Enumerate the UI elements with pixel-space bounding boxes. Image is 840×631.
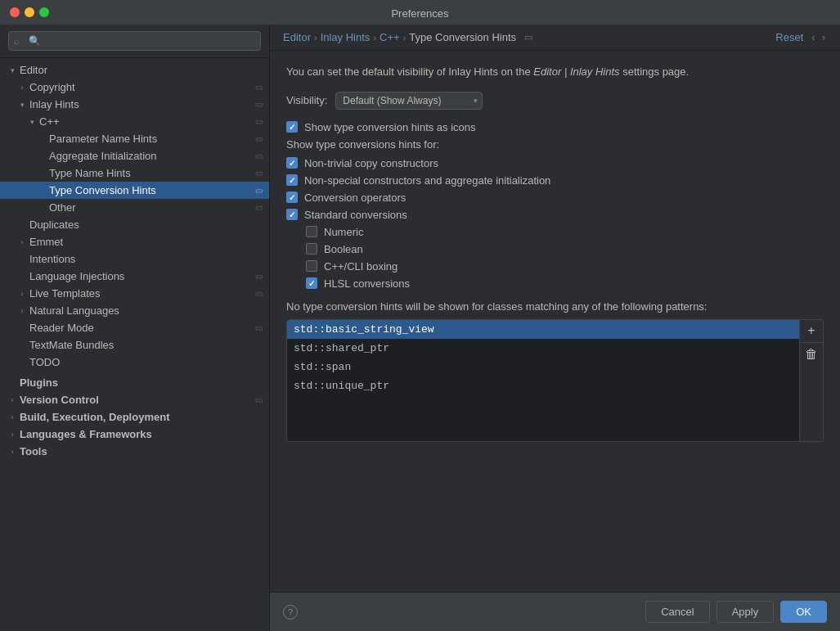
sidebar-item-editor[interactable]: ▾ Editor bbox=[0, 61, 269, 79]
non-special-constructors-checkbox[interactable] bbox=[286, 174, 298, 186]
sidebar-item-label: Aggregate Initialization bbox=[49, 150, 252, 162]
patterns-section: No type conversion hints will be shown f… bbox=[286, 300, 824, 442]
pattern-item[interactable]: std::shared_ptr bbox=[287, 339, 799, 358]
visibility-row: Visibility: Default (Show Always) Always… bbox=[286, 92, 824, 110]
sidebar-item-plugins[interactable]: Plugins bbox=[0, 374, 269, 391]
search-box: ⌕ bbox=[0, 25, 269, 58]
minimize-button[interactable] bbox=[25, 7, 34, 17]
sidebar-item-copyright[interactable]: › Copyright ▭ bbox=[0, 79, 269, 96]
sidebar-item-label: Type Conversion Hints bbox=[49, 184, 252, 196]
standard-conversions-row: Standard conversions bbox=[286, 209, 824, 221]
nav-back-icon[interactable]: ‹ bbox=[810, 31, 816, 43]
nav-forward-icon[interactable]: › bbox=[820, 31, 827, 43]
sidebar-item-textmate-bundles[interactable]: TextMate Bundles bbox=[0, 336, 269, 354]
sidebar-item-aggregate-initialization[interactable]: Aggregate Initialization ▭ bbox=[0, 147, 269, 165]
sidebar-item-live-templates[interactable]: › Live Templates ▭ bbox=[0, 285, 269, 302]
search-input[interactable] bbox=[8, 31, 261, 51]
patterns-buttons: + 🗑 bbox=[800, 319, 824, 442]
spacer-icon bbox=[16, 254, 28, 265]
bottom-bar: ? Cancel Apply OK bbox=[270, 592, 840, 631]
breadcrumb-cpp[interactable]: C++ bbox=[380, 31, 400, 43]
settings-icon: ▭ bbox=[252, 100, 263, 109]
sidebar-item-label: Inlay Hints bbox=[29, 98, 252, 110]
sidebar-item-label: TODO bbox=[29, 356, 263, 368]
spacer-icon bbox=[16, 219, 28, 231]
title-bar: Preferences bbox=[0, 0, 840, 25]
sidebar-tree: ▾ Editor › Copyright ▭ ▾ Inlay Hints ▭ ▾… bbox=[0, 58, 269, 631]
standard-conversions-checkbox[interactable] bbox=[286, 209, 298, 220]
info-link[interactable]: Editor | Inlay Hints bbox=[533, 65, 619, 78]
sidebar-item-version-control[interactable]: › Version Control ▭ bbox=[0, 391, 269, 408]
sidebar-item-label: Copyright bbox=[29, 81, 252, 93]
sidebar-item-natural-languages[interactable]: › Natural Languages bbox=[0, 302, 269, 319]
breadcrumb-current: Type Conversion Hints bbox=[409, 31, 516, 43]
reset-link[interactable]: Reset bbox=[775, 31, 803, 43]
breadcrumb-editor[interactable]: Editor bbox=[283, 31, 311, 43]
settings-icon: ▭ bbox=[252, 395, 263, 404]
cpp-cli-boxing-checkbox[interactable] bbox=[306, 260, 317, 272]
spacer-icon bbox=[36, 185, 47, 196]
remove-pattern-button[interactable]: 🗑 bbox=[800, 343, 823, 366]
sidebar-item-label: Tools bbox=[20, 445, 263, 457]
sidebar-item-label: Version Control bbox=[20, 394, 252, 406]
patterns-label: No type conversion hints will be shown f… bbox=[286, 300, 824, 314]
pattern-item[interactable]: std::unique_ptr bbox=[287, 376, 799, 395]
apply-button[interactable]: Apply bbox=[716, 601, 775, 623]
sidebar-item-language-injections[interactable]: Language Injections ▭ bbox=[0, 268, 269, 285]
sidebar-item-cpp[interactable]: ▾ C++ ▭ bbox=[0, 113, 269, 130]
show-icons-checkbox[interactable] bbox=[286, 121, 298, 133]
breadcrumb-inlay-hints[interactable]: Inlay Hints bbox=[321, 31, 371, 43]
settings-icon: ▭ bbox=[252, 134, 263, 143]
settings-icon: ▭ bbox=[252, 289, 263, 298]
hlsl-conversions-checkbox[interactable] bbox=[306, 277, 317, 289]
spacer-icon bbox=[36, 133, 47, 145]
patterns-list: std::basic_string_view std::shared_ptr s… bbox=[286, 319, 800, 442]
sidebar-item-inlay-hints[interactable]: ▾ Inlay Hints ▭ bbox=[0, 96, 269, 113]
sidebar-item-intentions[interactable]: Intentions bbox=[0, 250, 269, 268]
breadcrumb-sep2: › bbox=[373, 33, 376, 43]
close-button[interactable] bbox=[10, 7, 20, 17]
ok-button[interactable]: OK bbox=[780, 601, 827, 623]
sidebar-item-reader-mode[interactable]: Reader Mode ▭ bbox=[0, 319, 269, 336]
conversion-operators-checkbox[interactable] bbox=[286, 192, 298, 203]
non-special-constructors-label: Non-special constructors and aggregate i… bbox=[304, 174, 550, 187]
sidebar-item-label: Language Injections bbox=[29, 270, 252, 282]
maximize-button[interactable] bbox=[39, 7, 49, 17]
cancel-button[interactable]: Cancel bbox=[645, 601, 709, 623]
breadcrumb-actions: Reset ‹ › bbox=[775, 31, 827, 43]
visibility-dropdown-wrapper: Default (Show Always) Always Never ▾ bbox=[335, 92, 483, 110]
boolean-checkbox[interactable] bbox=[306, 243, 317, 255]
help-button[interactable]: ? bbox=[283, 605, 298, 620]
spacer-icon bbox=[16, 322, 28, 334]
settings-icon: ▭ bbox=[252, 83, 263, 92]
sidebar-item-type-name-hints[interactable]: Type Name Hints ▭ bbox=[0, 165, 269, 182]
show-icons-label: Show type conversion hints as icons bbox=[304, 121, 476, 133]
settings-icon: ▭ bbox=[252, 272, 263, 281]
sidebar-item-label: Plugins bbox=[20, 376, 263, 389]
numeric-checkbox[interactable] bbox=[306, 226, 317, 237]
pattern-item[interactable]: std::span bbox=[287, 358, 799, 376]
right-panel: Editor › Inlay Hints › C++ › Type Conver… bbox=[270, 25, 840, 631]
sidebar-item-duplicates[interactable]: Duplicates bbox=[0, 216, 269, 233]
sidebar-item-todo[interactable]: TODO bbox=[0, 354, 269, 371]
non-trivial-copy-checkbox[interactable] bbox=[286, 157, 298, 169]
sidebar-item-languages-frameworks[interactable]: › Languages & Frameworks bbox=[0, 426, 269, 443]
spacer-icon bbox=[16, 357, 28, 368]
hlsl-conversions-label: HLSL conversions bbox=[324, 277, 410, 290]
settings-icon: ▭ bbox=[252, 151, 263, 160]
pattern-item[interactable]: std::basic_string_view bbox=[287, 320, 799, 339]
info-prefix: You can set the default visibility of In… bbox=[286, 65, 531, 78]
sidebar-item-parameter-name-hints[interactable]: Parameter Name Hints ▭ bbox=[0, 130, 269, 147]
breadcrumb-sep1: › bbox=[314, 33, 317, 43]
add-pattern-button[interactable]: + bbox=[800, 320, 823, 343]
sidebar-item-label: Build, Execution, Deployment bbox=[20, 411, 263, 423]
visibility-dropdown[interactable]: Default (Show Always) Always Never bbox=[335, 92, 483, 110]
sidebar-item-type-conversion-hints[interactable]: Type Conversion Hints ▭ bbox=[0, 182, 269, 199]
non-trivial-copy-label: Non-trivial copy constructors bbox=[304, 157, 438, 169]
sidebar-item-tools[interactable]: › Tools bbox=[0, 443, 269, 460]
breadcrumb-sep3: › bbox=[403, 33, 407, 43]
sidebar-item-other[interactable]: Other ▭ bbox=[0, 199, 269, 216]
sidebar-item-emmet[interactable]: › Emmet bbox=[0, 233, 269, 250]
sidebar-item-build-execution-deployment[interactable]: › Build, Execution, Deployment bbox=[0, 408, 269, 426]
sidebar-item-label: Duplicates bbox=[29, 219, 263, 231]
